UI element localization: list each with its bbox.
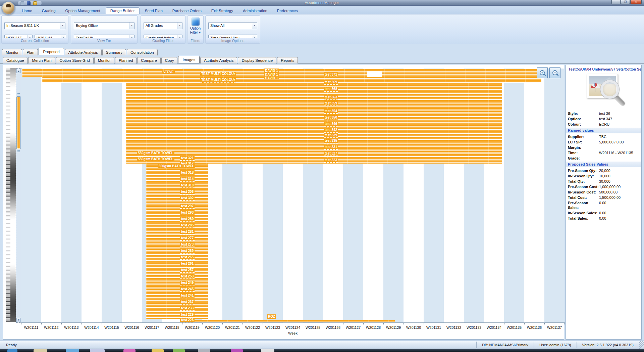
image-placeholder[interactable]: [587, 74, 621, 107]
maximize-button[interactable]: ❐: [621, 0, 630, 4]
range-bar-label[interactable]: test 237: [180, 300, 195, 305]
view-tab[interactable]: Copy: [161, 57, 178, 63]
range-bar-label[interactable]: test 321: [180, 156, 195, 161]
range-bar-label[interactable]: test 335: [324, 138, 338, 143]
view-tab[interactable]: Planned: [115, 57, 137, 63]
chevron-down-icon[interactable]: ▼: [60, 23, 65, 29]
taskbar-item[interactable]: [261, 349, 274, 352]
view-tab[interactable]: Attribute Analysis: [200, 57, 237, 63]
range-bar-label[interactable]: test 261: [180, 261, 195, 266]
view-level-combobox[interactable]: Buying Office ▼: [74, 22, 135, 29]
range-bar-label[interactable]: test 285: [180, 223, 195, 228]
edit-icon[interactable]: [27, 1, 31, 5]
range-bar-label[interactable]: test 257: [180, 268, 195, 273]
view-tab[interactable]: Images: [178, 56, 200, 63]
range-bar-label[interactable]: test 233: [180, 306, 195, 311]
range-bar-label[interactable]: test 318: [180, 170, 195, 175]
taskbar-item[interactable]: [90, 349, 105, 352]
range-bar-label[interactable]: 550gsm BATH TOWEL: [137, 157, 174, 161]
range-bar-label[interactable]: test 346: [324, 122, 338, 127]
ribbon-tab[interactable]: Exit Strategy: [207, 8, 237, 14]
ribbon-tab[interactable]: Range Builder: [106, 7, 140, 14]
range-bar-block[interactable]: [187, 320, 395, 322]
range-bar-label[interactable]: ROZ: [267, 314, 276, 319]
view-tab[interactable]: Catalogue: [3, 57, 28, 63]
grades-combobox[interactable]: All Grades ▼: [144, 22, 182, 29]
vertical-scrollbar[interactable]: ▲ ▼: [16, 69, 21, 322]
range-bar-label[interactable]: test 359: [324, 101, 338, 106]
chevron-down-icon[interactable]: ▼: [177, 23, 182, 29]
range-bar-block[interactable]: [22, 69, 541, 77]
range-bar-label[interactable]: test 226: [180, 318, 195, 322]
application-menu-orb[interactable]: [2, 1, 15, 15]
zoom-in-button[interactable]: +: [537, 67, 548, 78]
module-tab[interactable]: Proposed: [39, 48, 64, 55]
range-bar-label[interactable]: test 265: [180, 255, 195, 260]
module-tab[interactable]: Attribute Analysis: [65, 49, 102, 55]
chevron-down-icon[interactable]: ▼: [129, 23, 134, 29]
range-bar-label[interactable]: test 342: [324, 128, 338, 133]
range-bar-label[interactable]: test 350: [324, 115, 338, 120]
ribbon-tab[interactable]: Grading: [38, 8, 60, 14]
range-bar-label[interactable]: test 289: [180, 217, 195, 222]
module-tab[interactable]: Consolidation: [127, 49, 158, 55]
view-tab[interactable]: Display Sequence: [238, 57, 276, 63]
range-bar-label[interactable]: test 281: [180, 229, 195, 234]
option-filter-button[interactable]: Option Filter ▾: [188, 17, 203, 38]
ribbon-tab[interactable]: Seed Plan: [141, 8, 167, 14]
range-bar-block[interactable]: [146, 164, 208, 319]
range-bar-label[interactable]: test 245: [180, 287, 195, 292]
ribbon-tab[interactable]: Administration: [238, 8, 272, 14]
range-bar-block[interactable]: [367, 72, 382, 77]
ribbon-tab[interactable]: Home: [17, 8, 37, 14]
range-bar-label[interactable]: DAVID 1: [264, 76, 279, 79]
scrollbar-thumb[interactable]: [16, 96, 21, 149]
taskbar-item[interactable]: [34, 349, 47, 352]
range-bar-block[interactable]: [126, 83, 502, 164]
range-bar-label[interactable]: test 229: [180, 312, 195, 317]
season-combobox[interactable]: In Season SS11 UK ▼: [4, 22, 65, 29]
range-bar-label[interactable]: test 317: [180, 161, 195, 164]
range-bar-label[interactable]: test 327: [324, 151, 338, 156]
range-bar-label[interactable]: test 331: [324, 145, 338, 150]
range-bar-label[interactable]: STEVE: [162, 70, 175, 74]
close-button[interactable]: ✕: [630, 0, 642, 4]
range-bar-label[interactable]: test 273: [180, 242, 195, 247]
range-bar-block[interactable]: [42, 77, 541, 83]
chevron-down-icon[interactable]: ▼: [252, 23, 257, 29]
range-bar-label[interactable]: test 306: [180, 189, 195, 194]
range-bar-label[interactable]: 550gsm BATH TOWEL: [137, 151, 174, 155]
range-bar-label[interactable]: test 310: [180, 183, 195, 188]
taskbar-item[interactable]: [123, 349, 136, 352]
range-bar-label[interactable]: test 323: [324, 158, 338, 163]
taskbar-item[interactable]: [152, 349, 164, 352]
range-bar-label[interactable]: test 249: [180, 280, 195, 285]
range-bar-label[interactable]: test 269: [180, 249, 195, 254]
range-bar-label[interactable]: test 314: [180, 177, 195, 182]
ribbon-tab[interactable]: Preferences: [273, 8, 302, 14]
scroll-up-icon[interactable]: ▲: [16, 69, 21, 73]
range-bar-label[interactable]: test 302: [180, 196, 195, 201]
range-bar-label[interactable]: 550gsm BATH TOWEL: [158, 164, 195, 168]
range-bar-label[interactable]: test 339: [324, 133, 338, 138]
taskbar-item[interactable]: [66, 349, 79, 352]
range-bar-label[interactable]: test 241: [180, 293, 195, 298]
notes-icon[interactable]: [20, 1, 24, 5]
range-bar-label[interactable]: test 369: [324, 80, 338, 85]
view-tab[interactable]: Monitor: [94, 57, 114, 63]
view-tab[interactable]: Compare: [137, 57, 160, 63]
ribbon-tab[interactable]: Option Management: [61, 8, 105, 14]
range-bar-label[interactable]: TEST MULTI COLOUr: [200, 72, 236, 76]
range-bar-label[interactable]: TEST MULTI COLOUr: [200, 78, 236, 83]
range-bar-label[interactable]: test 363: [324, 95, 338, 100]
minimize-button[interactable]: ─: [611, 0, 621, 4]
module-tab[interactable]: Summary: [102, 49, 126, 55]
package-icon[interactable]: [33, 1, 37, 5]
range-bar-label[interactable]: test 277: [180, 236, 195, 241]
taskbar-item[interactable]: [231, 349, 243, 352]
ribbon-tab[interactable]: Purchase Orders: [168, 8, 206, 14]
view-tab[interactable]: Option-Store Grid: [56, 57, 94, 63]
view-tab[interactable]: Reports: [277, 57, 298, 63]
range-bar-label[interactable]: test 371: [324, 72, 338, 77]
range-bar-label[interactable]: test 354: [324, 109, 338, 114]
